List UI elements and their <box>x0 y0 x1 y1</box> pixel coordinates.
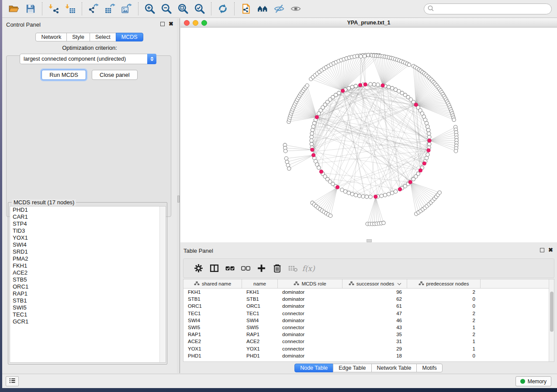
cell-shared-name[interactable]: PHD1 <box>183 353 242 358</box>
cell-shared-name[interactable]: STB1 <box>183 296 242 302</box>
search-input[interactable] <box>434 5 551 14</box>
float-table-panel-icon[interactable] <box>540 248 544 252</box>
tab-network[interactable]: Network <box>35 33 67 41</box>
table-scrollbar-thumb[interactable] <box>550 292 554 332</box>
cell-MCDS-role[interactable]: dominator <box>278 332 343 337</box>
table-row[interactable]: ORC1ORC1dominator610 <box>183 303 554 309</box>
zoom-fit-icon[interactable] <box>176 2 190 15</box>
share-document-icon[interactable] <box>239 2 253 15</box>
cell-successor-nodes[interactable]: 46 <box>343 318 407 323</box>
search-field[interactable] <box>424 3 552 14</box>
cell-MCDS-role[interactable]: connector <box>278 311 343 316</box>
table-row[interactable]: FKH1FKH1dominator962 <box>183 289 554 296</box>
cell-successor-nodes[interactable]: 47 <box>343 311 407 316</box>
table-row[interactable]: RAP1RAP1dominator352 <box>183 331 554 338</box>
cell-MCDS-role[interactable]: dominator <box>278 296 343 302</box>
cell-predecessor-nodes[interactable]: 2 <box>407 289 481 295</box>
select-all-checkboxes-icon[interactable] <box>222 262 238 275</box>
cell-predecessor-nodes[interactable]: 2 <box>407 318 481 323</box>
cell-predecessor-nodes[interactable]: 0 <box>407 303 481 309</box>
mcds-result-node[interactable]: TEC1 <box>10 311 166 318</box>
cell-predecessor-nodes[interactable]: 1 <box>407 339 481 344</box>
memory-button[interactable]: Memory <box>515 376 551 386</box>
mcds-result-node[interactable]: ORC1 <box>10 283 166 290</box>
mcds-result-node[interactable]: STP4 <box>10 220 166 227</box>
show-graphics-details-icon[interactable] <box>289 2 302 15</box>
cell-name[interactable]: SWI4 <box>242 318 278 323</box>
import-network-icon[interactable] <box>47 2 60 15</box>
table-row[interactable]: SWI4SWI4dominator462 <box>183 317 554 324</box>
cell-predecessor-nodes[interactable]: 1 <box>407 346 481 351</box>
cell-successor-nodes[interactable]: 62 <box>343 296 407 302</box>
cell-name[interactable]: STB1 <box>242 296 278 302</box>
mcds-result-node[interactable]: ACE2 <box>10 269 166 276</box>
tab-mcds[interactable]: MCDS <box>116 33 143 41</box>
cell-MCDS-role[interactable]: dominator <box>278 303 343 309</box>
tab-select[interactable]: Select <box>90 33 116 41</box>
network-graph[interactable] <box>180 28 557 242</box>
export-image-icon[interactable] <box>120 2 133 15</box>
add-column-icon[interactable] <box>253 262 269 275</box>
mcds-result-node[interactable]: RAP1 <box>10 290 166 297</box>
cell-MCDS-role[interactable]: connector <box>278 339 343 344</box>
table-row[interactable]: YOX1YOX1connector291 <box>183 345 554 352</box>
table-row[interactable]: STB1STB1dominator620 <box>183 296 554 303</box>
cell-shared-name[interactable]: ORC1 <box>183 303 242 309</box>
cell-MCDS-role[interactable]: dominator <box>278 353 343 358</box>
cell-successor-nodes[interactable]: 31 <box>343 339 407 344</box>
column-header-name[interactable]: name <box>242 279 278 288</box>
mcds-result-node[interactable]: STB1 <box>10 297 166 304</box>
mcds-result-node[interactable]: PHD1 <box>10 206 166 213</box>
column-header-predecessor-nodes[interactable]: predecessor nodes <box>407 279 481 288</box>
mcds-result-node[interactable]: STB5 <box>10 276 166 283</box>
network-window-titlebar[interactable]: YPA_prune.txt_1 <box>180 18 557 28</box>
cell-predecessor-nodes[interactable]: 0 <box>407 296 481 302</box>
cell-name[interactable]: TEC1 <box>242 311 278 316</box>
mcds-result-node[interactable]: SWI4 <box>10 241 166 248</box>
delete-columns-icon[interactable] <box>269 262 285 275</box>
export-network-icon[interactable] <box>87 2 100 15</box>
tab-network-table[interactable]: Network Table <box>371 364 417 372</box>
close-table-panel-icon[interactable]: ✖ <box>548 248 553 252</box>
cell-name[interactable]: RAP1 <box>242 332 278 337</box>
mcds-result-list[interactable]: PHD1CAR1STP4TID3YOX1SWI4SRD1PMA2FKH1ACE2… <box>10 206 166 363</box>
cell-successor-nodes[interactable]: 96 <box>343 289 407 295</box>
tab-node-table[interactable]: Node Table <box>294 364 333 372</box>
cell-successor-nodes[interactable]: 29 <box>343 346 407 351</box>
table-row[interactable]: ACE2ACE2connector311 <box>183 338 554 345</box>
cell-predecessor-nodes[interactable]: 2 <box>407 332 481 337</box>
import-table-icon[interactable] <box>64 2 77 15</box>
table-row[interactable]: PHD1PHD1dominator180 <box>183 352 554 359</box>
cell-shared-name[interactable]: RAP1 <box>183 332 242 337</box>
refresh-icon[interactable] <box>216 2 229 15</box>
export-table-icon[interactable] <box>104 2 117 15</box>
mcds-result-node[interactable]: SRD1 <box>10 248 166 255</box>
vertical-splitter[interactable] <box>177 18 180 373</box>
automation-panel-button[interactable] <box>6 376 19 386</box>
deselect-all-checkboxes-icon[interactable] <box>238 262 253 275</box>
tab-motifs[interactable]: Motifs <box>416 364 442 372</box>
cell-predecessor-nodes[interactable]: 0 <box>407 353 481 358</box>
cell-successor-nodes[interactable]: 35 <box>343 332 407 337</box>
column-header-MCDS-role[interactable]: MCDS role <box>278 279 343 288</box>
cell-name[interactable]: FKH1 <box>242 289 278 295</box>
network-canvas[interactable] <box>180 28 557 242</box>
table-row[interactable]: SWI5SWI5connector431 <box>183 324 554 331</box>
cell-shared-name[interactable]: SWI4 <box>183 318 242 323</box>
mcds-result-node[interactable]: PMA2 <box>10 255 166 262</box>
cell-successor-nodes[interactable]: 61 <box>343 303 407 309</box>
cell-MCDS-role[interactable]: dominator <box>278 289 343 295</box>
cell-shared-name[interactable]: TEC1 <box>183 311 242 316</box>
cell-shared-name[interactable]: YOX1 <box>183 346 242 351</box>
cell-MCDS-role[interactable]: connector <box>278 346 343 351</box>
horizontal-splitter-handle[interactable] <box>367 239 372 242</box>
mcds-list-scrollbar[interactable] <box>159 206 166 362</box>
cell-name[interactable]: YOX1 <box>242 346 278 351</box>
split-panel-icon[interactable] <box>206 262 222 275</box>
cell-shared-name[interactable]: FKH1 <box>183 289 242 295</box>
cell-MCDS-role[interactable]: dominator <box>278 318 343 323</box>
splitter-grip[interactable] <box>177 196 180 203</box>
cell-name[interactable]: PHD1 <box>242 353 278 358</box>
zoom-selected-icon[interactable] <box>193 2 206 15</box>
cell-predecessor-nodes[interactable]: 2 <box>407 311 481 316</box>
